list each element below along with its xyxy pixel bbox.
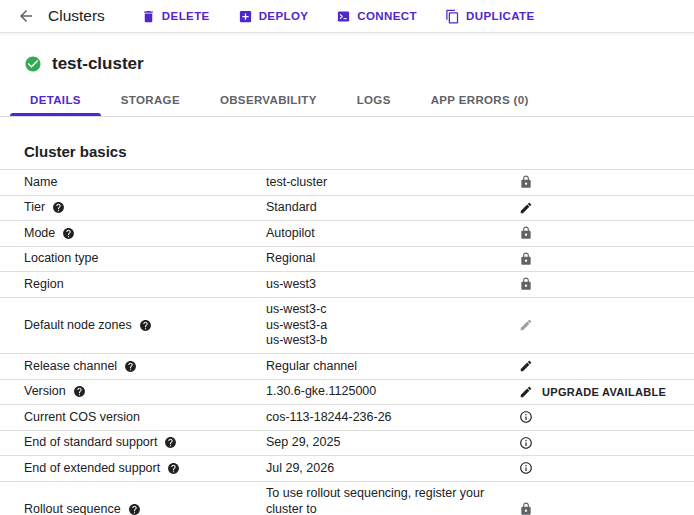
pencil-icon[interactable] xyxy=(519,201,533,215)
row-value: Autopilot xyxy=(266,226,518,242)
row-label: Version xyxy=(24,384,66,400)
toolbar-button-label: DELETE xyxy=(162,10,210,22)
tab-bar: DETAILSSTORAGEOBSERVABILITYLOGSAPP ERROR… xyxy=(0,85,694,117)
info-icon[interactable] xyxy=(519,436,533,450)
help-icon[interactable] xyxy=(124,360,137,373)
table-row: Location type Regional xyxy=(0,246,694,272)
toolbar-button-duplicate[interactable]: DUPLICATE xyxy=(445,9,535,24)
check-circle-icon xyxy=(24,55,42,73)
row-value: Regional xyxy=(266,251,518,267)
row-label: Tier xyxy=(24,200,45,216)
toolbar-actions: DELETEDEPLOYCONNECTDUPLICATE xyxy=(141,9,535,24)
cluster-name: test-cluster xyxy=(52,54,144,74)
row-label: Mode xyxy=(24,226,55,242)
pencil-icon[interactable] xyxy=(519,359,533,373)
row-value: To use rollout sequencing, register your… xyxy=(266,486,518,515)
trash-icon xyxy=(141,9,156,24)
table-row: Rollout sequence To use rollout sequenci… xyxy=(0,481,694,515)
row-value: us-west3 xyxy=(266,277,518,293)
lock-icon xyxy=(519,502,533,515)
info-icon[interactable] xyxy=(519,410,533,424)
upgrade-available-link[interactable]: UPGRADE AVAILABLE xyxy=(542,386,666,398)
row-value-line: Jul 29, 2026 xyxy=(266,461,518,477)
row-value: cos-113-18244-236-26 xyxy=(266,410,518,426)
table-row: Release channel Regular channel xyxy=(0,353,694,379)
pencil-icon[interactable] xyxy=(519,385,533,399)
lock-icon xyxy=(519,277,533,291)
row-label: Release channel xyxy=(24,359,117,375)
tab-storage[interactable]: STORAGE xyxy=(101,85,200,116)
tab-logs[interactable]: LOGS xyxy=(337,85,411,116)
row-value-line: us-west3 xyxy=(266,277,518,293)
toolbar-button-delete[interactable]: DELETE xyxy=(141,9,210,24)
help-icon[interactable] xyxy=(164,436,177,449)
deploy-plus-icon xyxy=(238,9,253,24)
row-value-line: 1.30.6-gke.1125000 xyxy=(266,384,518,400)
row-value: Regular channel xyxy=(266,359,518,375)
row-label: Default node zones xyxy=(24,318,132,334)
terminal-icon xyxy=(336,9,351,24)
row-label: Region xyxy=(24,277,64,293)
row-label: End of extended support xyxy=(24,461,160,477)
row-label: Location type xyxy=(24,251,98,267)
arrow-back-icon xyxy=(17,7,35,25)
table-row: Version 1.30.6-gke.1125000 UPGRADE AVAIL… xyxy=(0,379,694,405)
table-row: Tier Standard xyxy=(0,195,694,221)
row-value: Standard xyxy=(266,200,518,216)
row-value-line: Sep 29, 2025 xyxy=(266,435,518,451)
row-value-line: Standard xyxy=(266,200,518,216)
row-value-line: To use rollout sequencing, register your… xyxy=(266,486,518,515)
cluster-basics-table: Name test-cluster Tier Standard Mode Aut… xyxy=(0,169,694,515)
section-title: Cluster basics xyxy=(0,143,694,160)
row-value: 1.30.6-gke.1125000 xyxy=(266,384,518,400)
row-value: test-cluster xyxy=(266,175,518,191)
tab-app-errors-0[interactable]: APP ERRORS (0) xyxy=(411,85,549,116)
row-value-line: us-west3-b xyxy=(266,333,518,349)
row-label: Current COS version xyxy=(24,410,140,426)
back-button[interactable] xyxy=(12,2,40,30)
row-label: Name xyxy=(24,175,57,191)
row-value-line: Regional xyxy=(266,251,518,267)
help-icon[interactable] xyxy=(52,201,65,214)
row-label: End of standard support xyxy=(24,435,157,451)
main-content: test-cluster DETAILSSTORAGEOBSERVABILITY… xyxy=(0,33,694,515)
row-value: us-west3-cus-west3-aus-west3-b xyxy=(266,302,518,349)
lock-icon xyxy=(519,175,533,189)
page-title: Clusters xyxy=(48,7,105,25)
toolbar-button-deploy[interactable]: DEPLOY xyxy=(238,9,309,24)
row-label: Rollout sequence xyxy=(24,502,121,515)
tab-details[interactable]: DETAILS xyxy=(10,85,101,116)
table-row: Current COS version cos-113-18244-236-26 xyxy=(0,404,694,430)
lock-icon xyxy=(519,226,533,240)
table-row: Mode Autopilot xyxy=(0,220,694,246)
pencil-icon xyxy=(519,318,533,332)
copy-icon xyxy=(445,9,460,24)
table-row: End of extended support Jul 29, 2026 xyxy=(0,455,694,481)
cluster-header: test-cluster xyxy=(0,51,694,77)
toolbar-button-label: DUPLICATE xyxy=(466,10,535,22)
table-row: Region us-west3 xyxy=(0,271,694,297)
help-icon[interactable] xyxy=(167,462,180,475)
help-icon[interactable] xyxy=(128,503,141,515)
tab-observability[interactable]: OBSERVABILITY xyxy=(200,85,337,116)
help-icon[interactable] xyxy=(73,385,86,398)
toolbar-button-label: CONNECT xyxy=(357,10,417,22)
row-value: Sep 29, 2025 xyxy=(266,435,518,451)
table-row: End of standard support Sep 29, 2025 xyxy=(0,430,694,456)
table-row: Default node zones us-west3-cus-west3-au… xyxy=(0,297,694,354)
info-icon[interactable] xyxy=(519,461,533,475)
table-row: Name test-cluster xyxy=(0,169,694,195)
toolbar-button-connect[interactable]: CONNECT xyxy=(336,9,417,24)
row-value-line: us-west3-a xyxy=(266,318,518,334)
row-value-line: Autopilot xyxy=(266,226,518,242)
row-value-line: cos-113-18244-236-26 xyxy=(266,410,518,426)
row-value-line: test-cluster xyxy=(266,175,518,191)
row-value: Jul 29, 2026 xyxy=(266,461,518,477)
toolbar-button-label: DEPLOY xyxy=(259,10,309,22)
top-toolbar: Clusters DELETEDEPLOYCONNECTDUPLICATE xyxy=(0,0,694,33)
lock-icon xyxy=(519,252,533,266)
row-value-line: us-west3-c xyxy=(266,302,518,318)
help-icon[interactable] xyxy=(62,227,75,240)
row-value-line: Regular channel xyxy=(266,359,518,375)
help-icon[interactable] xyxy=(139,319,152,332)
